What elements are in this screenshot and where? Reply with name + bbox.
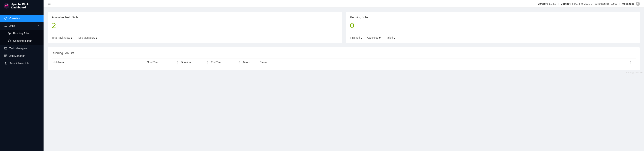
- slots-stats: Total Task Slots2 | Task Managers1: [52, 36, 338, 39]
- bars-icon: [4, 24, 7, 27]
- sidebar-item-job-manager[interactable]: Job Manager: [0, 52, 44, 60]
- sidebar-item-label: Job Manager: [10, 54, 25, 57]
- column-job-name[interactable]: Job Name: [53, 61, 147, 64]
- divider: |: [620, 2, 620, 5]
- sort-icon: [630, 61, 634, 63]
- svg-point-4: [8, 40, 10, 42]
- divider: [350, 33, 636, 33]
- sort-icon: [206, 61, 211, 63]
- divider: |: [364, 36, 365, 39]
- divider: |: [74, 36, 75, 39]
- topbar-info: Version: 1.13.2 | Commit: 5f007ff @ 2021…: [538, 2, 640, 6]
- failed-value: 0: [394, 36, 395, 39]
- column-label: Start Time: [147, 61, 159, 64]
- app-title: Apache Flink Dashboard: [11, 3, 40, 9]
- column-label: End Time: [211, 61, 222, 64]
- sidebar-item-label: Completed Jobs: [13, 39, 32, 42]
- canceled-label: Canceled: [367, 36, 378, 39]
- sidebar-item-label: Running Jobs: [13, 32, 29, 35]
- running-jobs-value: 0: [350, 22, 636, 29]
- sidebar-item-running-jobs[interactable]: Running Jobs: [0, 30, 44, 37]
- collapse-sidebar-button[interactable]: [48, 2, 51, 5]
- column-label: Duration: [181, 61, 191, 64]
- column-tasks[interactable]: Tasks: [243, 61, 260, 64]
- build-icon: [4, 54, 7, 57]
- finished-value: 0: [361, 36, 362, 39]
- message-count-badge[interactable]: 0: [636, 2, 640, 6]
- svg-rect-7: [6, 55, 7, 56]
- divider: [52, 33, 338, 33]
- canceled-value: 0: [379, 36, 381, 39]
- available-slots-value: 2: [52, 22, 338, 29]
- sidebar-item-label: Submit New Job: [10, 62, 28, 65]
- stat-cards-row: Available Task Slots 2 Total Task Slots2…: [48, 12, 640, 43]
- running-jobs-card: Running Jobs 0 Finished0 | Canceled0 | F…: [346, 12, 640, 43]
- sort-icon: [238, 61, 243, 63]
- sidebar-item-completed-jobs[interactable]: Completed Jobs: [0, 37, 44, 45]
- card-title: Running Job List: [52, 51, 636, 55]
- column-start-time[interactable]: Start Time: [147, 61, 181, 64]
- content: Available Task Slots 2 Total Task Slots2…: [44, 7, 644, 74]
- version-value: 1.13.2: [549, 2, 556, 5]
- available-slots-card: Available Task Slots 2 Total Task Slots2…: [48, 12, 342, 43]
- commit-value: 5f007ff @ 2021-07-23T04:35:55+02:00: [572, 2, 617, 5]
- dashboard-icon: [4, 17, 7, 20]
- sidebar-jobs-submenu: Running Jobs Completed Jobs: [0, 30, 44, 45]
- svg-rect-5: [4, 47, 7, 49]
- message-label: Message:: [622, 2, 634, 5]
- column-label: Job Name: [53, 61, 65, 64]
- svg-rect-8: [4, 56, 6, 57]
- sidebar: Apache Flink Dashboard Overview Jobs: [0, 0, 44, 151]
- divider: |: [383, 36, 384, 39]
- play-circle-icon: [8, 32, 11, 35]
- column-end-time[interactable]: End Time: [211, 61, 243, 64]
- sort-icon: [176, 61, 181, 63]
- column-duration[interactable]: Duration: [181, 61, 211, 64]
- failed-label: Failed: [386, 36, 393, 39]
- watermark: CSDN @object-null: [626, 72, 642, 74]
- check-circle-icon: [8, 39, 11, 42]
- sidebar-item-jobs[interactable]: Jobs: [0, 22, 44, 30]
- svg-rect-6: [4, 55, 6, 56]
- card-title: Available Task Slots: [52, 16, 338, 19]
- column-status[interactable]: Status: [260, 61, 634, 64]
- divider: |: [558, 2, 559, 5]
- sidebar-item-submit-job[interactable]: Submit New Job: [0, 60, 44, 67]
- sidebar-nav: Overview Jobs Running Jobs: [0, 12, 44, 67]
- total-slots-label: Total Task Slots: [52, 36, 70, 39]
- sidebar-item-label: Task Managers: [10, 47, 27, 50]
- task-managers-label: Task Managers: [77, 36, 95, 39]
- sidebar-item-task-managers[interactable]: Task Managers: [0, 45, 44, 52]
- jobs-stats: Finished0 | Canceled0 | Failed0: [350, 36, 636, 39]
- task-managers-value: 1: [96, 36, 98, 39]
- job-table: Job Name Start Time Duration: [52, 58, 636, 66]
- table-header: Job Name Start Time Duration: [52, 58, 636, 66]
- schedule-icon: [4, 47, 7, 50]
- running-job-list-card: Running Job List Job Name Start Time: [48, 47, 640, 70]
- svg-point-1: [7, 4, 8, 5]
- total-slots-value: 2: [71, 36, 72, 39]
- column-label: Status: [260, 61, 267, 64]
- finished-label: Finished: [350, 36, 360, 39]
- sidebar-item-label: Overview: [10, 17, 20, 20]
- main: Version: 1.13.2 | Commit: 5f007ff @ 2021…: [44, 0, 644, 151]
- sidebar-item-label: Jobs: [10, 24, 15, 27]
- sidebar-item-overview[interactable]: Overview: [0, 15, 44, 22]
- sidebar-header: Apache Flink Dashboard: [0, 0, 44, 12]
- flink-logo-icon: [4, 3, 10, 9]
- topbar: Version: 1.13.2 | Commit: 5f007ff @ 2021…: [44, 0, 644, 7]
- chevron-up-icon: [37, 25, 40, 27]
- svg-rect-9: [6, 56, 7, 57]
- upload-icon: [4, 62, 7, 65]
- column-label: Tasks: [243, 61, 250, 64]
- commit-label: Commit:: [560, 2, 571, 5]
- version-label: Version:: [538, 2, 548, 5]
- card-title: Running Jobs: [350, 16, 636, 19]
